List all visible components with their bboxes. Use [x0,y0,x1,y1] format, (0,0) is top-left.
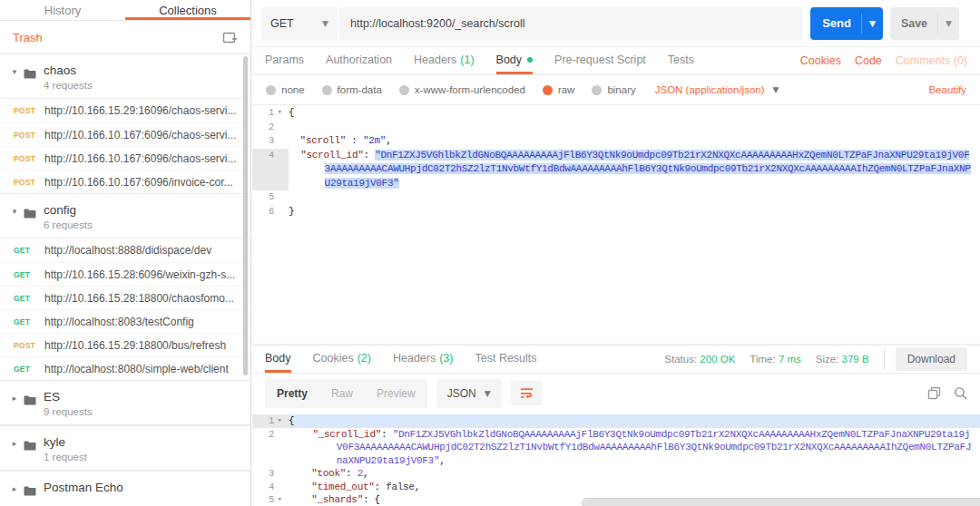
collection-header[interactable]: ▾config6 requests [0,193,250,238]
sidebar-tab-history[interactable]: History [0,0,125,20]
meta-value: 7 ms [779,354,801,365]
content-type-dropdown[interactable]: JSON (application/json)▼ [655,84,779,95]
collection-info: kyle1 request [44,435,87,462]
link-comments-[interactable]: Comments (0) [896,54,967,67]
fold-arrow-icon[interactable]: ▾ [274,106,285,121]
send-button[interactable]: Send ▼ [810,7,883,40]
collection-header[interactable]: ▸kyle1 request [0,425,250,471]
link-code[interactable]: Code [855,54,882,67]
tab-label: Pre-request Script [554,54,646,66]
beautify-link[interactable]: Beautify [928,84,966,95]
request-item[interactable]: POSThttp://10.166.10.167:6096/invoice-co… [0,170,250,193]
save-button[interactable]: Save ▼ [890,7,959,40]
response-tab-headers[interactable]: Headers(3) [393,345,454,373]
body-type-x-www-form-urlencoded[interactable]: x-www-form-urlencoded [399,84,525,95]
url-input[interactable]: http://localhost:9200/_search/scroll [339,7,802,40]
tab-count: (1) [460,54,474,66]
code-token: "_scroll_id" [312,429,381,440]
line-gutter: 5 [252,190,289,205]
tab-authorization[interactable]: Authorization [326,47,392,74]
wrap-lines-icon [520,387,534,399]
chevron-down-icon[interactable]: ▾ [7,63,22,91]
chevron-right-icon[interactable]: ▸ [7,390,22,417]
tab-pre-request-script[interactable]: Pre-request Script [554,47,646,74]
search-icon[interactable] [954,386,967,400]
view-preview[interactable]: Preview [365,379,427,408]
body-type-form-data[interactable]: form-data [322,84,382,95]
tab-label: Authorization [326,54,392,66]
request-item[interactable]: POSThttp://10.166.15.29:16096/chaos-serv… [0,99,250,122]
request-method-label: POST [14,154,44,163]
body-type-binary[interactable]: binary [592,84,635,95]
send-options-icon[interactable]: ▼ [861,14,883,34]
code-content: } [289,205,980,219]
response-body-viewer[interactable]: 1▾{2"_scroll_id": "DnF1ZXJ5VGhlbkZldGNoB… [252,413,980,506]
link-cookies[interactable]: Cookies [800,54,841,67]
chevron-right-icon[interactable]: ▸ [7,481,22,500]
chevron-right-icon[interactable]: ▸ [7,435,22,462]
fold-arrow-icon[interactable]: ▾ [274,414,285,428]
trash-link[interactable]: Trash [13,31,43,44]
code-content: { [289,414,980,428]
request-body-editor[interactable]: 1▾{23 "scroll" : "2m",4"scroll_id": "DnF… [252,105,980,344]
code-token: } [289,206,294,217]
save-options-icon[interactable]: ▼ [937,14,959,34]
fold-arrow-icon[interactable]: ▾ [274,493,285,506]
sidebar-tab-collections[interactable]: Collections [125,0,250,20]
response-tab-cookies[interactable]: Cookies(2) [313,345,371,373]
meta-status: Status: 200 OK [664,354,735,365]
new-folder-icon[interactable] [222,31,238,44]
response-tab-test-results[interactable]: Test Results [475,345,536,373]
view-pretty[interactable]: Pretty [265,379,319,408]
radio-icon [266,85,276,95]
code-token: { [289,107,294,118]
request-url-label: http://10.166.15.28:6096/weixin-gzh-s... [44,268,235,281]
collection-name: kyle [44,435,87,449]
tab-label: Headers [393,352,436,365]
request-item[interactable]: POSThttp://10.166.10.167:6096/chaos-serv… [0,146,250,170]
method-dropdown[interactable]: GET ▼ [261,7,338,40]
radio-label: x-www-form-urlencoded [415,84,525,95]
line-gutter: 2 [252,121,289,135]
code-line: 4"scroll_id": "DnF1ZXJ5VGhlbkZldGNoBQAAA… [252,149,980,191]
copy-icon[interactable] [927,386,941,400]
wrap-lines-button[interactable] [511,381,543,405]
tab-tests[interactable]: Tests [668,47,694,74]
code-content: "scroll" : "2m", [289,134,980,149]
horizontal-scrollbar[interactable] [582,498,980,506]
request-item[interactable]: GEThttp://localhost:8083/testConfig [0,309,250,333]
body-type-none[interactable]: none [266,84,305,95]
body-type-raw[interactable]: raw [543,84,575,95]
tab-label: Headers [414,54,456,66]
tab-params[interactable]: Params [265,47,304,74]
request-item[interactable]: GEThttp://10.166.15.28:18800/chaosfomo..… [0,286,250,309]
tab-body[interactable]: Body [496,47,534,74]
content-type-value: JSON (application/json) [655,84,765,95]
code-content: { [289,106,980,121]
request-item[interactable]: POSThttp://10.166.10.167:6096/chaos-serv… [0,122,250,146]
sidebar-scrollbar[interactable] [243,56,248,375]
request-item[interactable]: GEThttp://10.166.15.28:6096/weixin-gzh-s… [0,262,250,286]
collection-header[interactable]: ▾chaos4 requests [0,54,250,99]
request-item[interactable]: GEThttp://localhost:8080/simple-web/clie… [0,356,250,380]
code-token: "scroll_id" [300,150,363,161]
code-token: "took" [311,468,346,479]
code-token: "2m" [363,135,386,146]
collection-count: 4 requests [44,80,93,91]
line-number: 2 [252,428,274,442]
line-number: 1 [252,414,274,428]
collection-header[interactable]: ▸Postman Echo [0,471,250,506]
tab-headers[interactable]: Headers(1) [414,47,475,74]
collection-header[interactable]: ▸ES9 requests [0,380,250,425]
request-item[interactable]: GEThttp://localhost:8888/didispace/dev [0,238,250,262]
response-view-switch: PrettyRawPreview [265,379,427,408]
code-content: "timed_out": false, [289,481,980,494]
request-item[interactable]: POSThttp://10.166.15.29:18800/bus/refres… [0,333,250,356]
response-format-dropdown[interactable]: JSON ▼ [436,379,502,408]
code-line: 1▾{ [252,414,980,428]
chevron-down-icon[interactable]: ▾ [7,203,22,230]
view-raw[interactable]: Raw [319,379,365,408]
download-button[interactable]: Download [896,347,967,371]
response-tab-body[interactable]: Body [265,345,291,373]
request-url-label: http://10.166.10.167:6096/invoice-cor... [44,176,232,189]
